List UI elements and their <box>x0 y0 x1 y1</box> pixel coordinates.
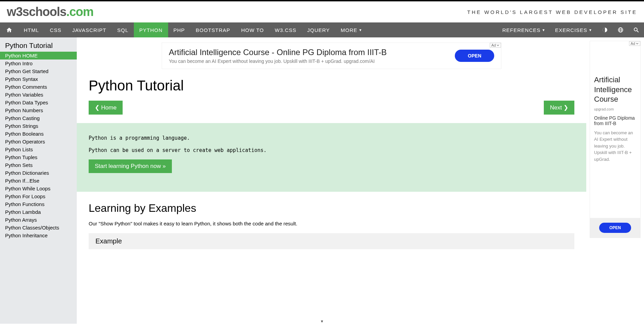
svg-point-4 <box>634 28 637 31</box>
page-title: Python Tutorial <box>89 78 574 94</box>
ad-right-body: Artificial Intelligence Course upgrad.co… <box>590 41 640 218</box>
next-button-label: Next <box>550 104 562 111</box>
ad-title: Artificial Intelligence Course - Online … <box>169 48 455 57</box>
sidebar-item[interactable]: Python If...Else <box>0 177 77 185</box>
sidebar-item[interactable]: Python Casting <box>0 114 77 122</box>
logo-text-suffix: .com <box>66 5 93 19</box>
intro-p1: Python is a programming language. <box>89 135 574 141</box>
sidebar-item[interactable]: Python Get Started <box>0 67 77 75</box>
example-box: Example <box>89 233 574 249</box>
ad-banner-top[interactable]: Ad Artificial Intelligence Course - Onli… <box>162 42 501 69</box>
sidebar-item[interactable]: Python Intro <box>0 59 77 67</box>
sidebar-item[interactable]: Python Comments <box>0 83 77 91</box>
ad-label[interactable]: Ad <box>629 41 640 46</box>
sidebar-heading: Python Tutorial <box>0 37 77 52</box>
section-paragraph: Our "Show Python" tool makes it easy to … <box>89 221 574 226</box>
intro-box: Python is a programming language. Python… <box>77 123 586 192</box>
ad-label[interactable]: Ad <box>490 43 501 48</box>
logo[interactable]: w3schools.com <box>7 5 93 19</box>
nav-bootstrap[interactable]: BOOTSTRAP <box>190 22 236 37</box>
sidebar-item[interactable]: Python Lambda <box>0 208 77 216</box>
top-nav: HTML CSS JAVASCRIPT SQL PYTHON PHP BOOTS… <box>0 22 644 37</box>
caret-down-icon: ▼ <box>542 28 545 32</box>
main-content: Ad Artificial Intelligence Course - Onli… <box>77 37 586 324</box>
ad-right-open-button[interactable]: OPEN <box>599 223 631 233</box>
ad-label-text: Ad <box>631 41 635 46</box>
nav-howto[interactable]: HOW TO <box>236 22 269 37</box>
caret-down-icon: ▼ <box>359 28 362 32</box>
sidebar-item[interactable]: Python Functions <box>0 200 77 208</box>
nav-sql[interactable]: SQL <box>112 22 134 37</box>
sidebar-item[interactable]: Python Booleans <box>0 130 77 138</box>
sidebar[interactable]: Python Tutorial ▼ Python HOMEPython Intr… <box>0 37 77 324</box>
sidebar-item[interactable]: Python Inheritance <box>0 232 77 239</box>
nav-exercises-label: EXERCISES <box>555 27 587 33</box>
caret-down-icon: ▼ <box>589 28 592 32</box>
sidebar-item[interactable]: Python Strings <box>0 122 77 130</box>
nav-html[interactable]: HTML <box>18 22 44 37</box>
sidebar-item[interactable]: Python Numbers <box>0 106 77 114</box>
ad-banner-right[interactable]: Ad Artificial Intelligence Course upgrad… <box>590 41 641 238</box>
home-button-label: Home <box>101 104 117 111</box>
ad-content: Artificial Intelligence Course - Online … <box>169 48 455 64</box>
nav-home-icon[interactable] <box>0 22 18 37</box>
section-title: Learning by Examples <box>89 202 574 215</box>
start-learning-button[interactable]: Start learning Python now » <box>89 159 172 173</box>
ad-subtitle: You can become an AI Expert without leav… <box>169 58 455 64</box>
next-button[interactable]: Next ❯ <box>544 101 574 115</box>
sidebar-item[interactable]: Python HOME <box>0 52 77 59</box>
nav-more[interactable]: MORE ▼ <box>335 22 368 37</box>
nav-php[interactable]: PHP <box>168 22 191 37</box>
sidebar-item[interactable]: Python Syntax <box>0 75 77 83</box>
nav-css[interactable]: CSS <box>44 22 67 37</box>
sidebar-item[interactable]: Python Tuples <box>0 153 77 161</box>
sidebar-item[interactable]: Python Lists <box>0 146 77 153</box>
sidebar-item[interactable]: Python Classes/Objects <box>0 224 77 232</box>
nav-javascript[interactable]: JAVASCRIPT <box>67 22 112 37</box>
ad-right-mid: Online PG Diploma from IIIT-B <box>594 115 636 126</box>
intro-p2: Python can be used on a server to create… <box>89 147 574 153</box>
sidebar-item[interactable]: Python Operators <box>0 138 77 146</box>
svg-line-5 <box>637 31 639 32</box>
nav-jquery[interactable]: JQUERY <box>302 22 336 37</box>
ad-right-title: Artificial Intelligence Course <box>594 75 636 104</box>
nav-w3css[interactable]: W3.CSS <box>269 22 302 37</box>
sidebar-item[interactable]: Python Variables <box>0 91 77 99</box>
sidebar-item[interactable]: Python Arrays <box>0 216 77 224</box>
sidebar-item[interactable]: Python While Loops <box>0 185 77 192</box>
nav-more-label: MORE <box>341 27 357 33</box>
header: w3schools.com THE WORLD'S LARGEST WEB DE… <box>0 1 644 22</box>
tagline: THE WORLD'S LARGEST WEB DEVELOPER SITE <box>467 9 638 15</box>
ad-right-desc: You can become an AI Expert without leav… <box>594 130 636 163</box>
home-button[interactable]: ❮ Home <box>89 101 123 115</box>
top-nav-right: REFERENCES ▼ EXERCISES ▼ <box>498 22 644 37</box>
theme-toggle-icon[interactable] <box>597 22 613 37</box>
ad-label-text: Ad <box>491 43 496 47</box>
sidebar-item[interactable]: Python Dictionaries <box>0 169 77 177</box>
logo-text-main: w3schools <box>7 5 66 19</box>
globe-icon[interactable] <box>613 22 628 37</box>
nav-exercises[interactable]: EXERCISES ▼ <box>550 22 597 37</box>
sidebar-item[interactable]: Python Sets <box>0 161 77 169</box>
example-heading: Example <box>95 237 568 245</box>
sidebar-item[interactable]: Python Data Types <box>0 99 77 106</box>
ad-right-footer: OPEN <box>590 218 640 238</box>
right-column: Ad Artificial Intelligence Course upgrad… <box>586 37 644 324</box>
ad-right-domain: upgrad.com <box>594 107 636 111</box>
nav-references[interactable]: REFERENCES ▼ <box>498 22 550 37</box>
search-icon[interactable] <box>628 22 644 37</box>
ad-open-button[interactable]: OPEN <box>455 50 494 62</box>
nav-buttons: ❮ Home Next ❯ <box>89 101 574 115</box>
nav-references-label: REFERENCES <box>502 27 541 33</box>
sidebar-item[interactable]: Python For Loops <box>0 192 77 200</box>
container: Python Tutorial ▼ Python HOMEPython Intr… <box>0 37 644 324</box>
nav-python[interactable]: PYTHON <box>134 22 168 37</box>
